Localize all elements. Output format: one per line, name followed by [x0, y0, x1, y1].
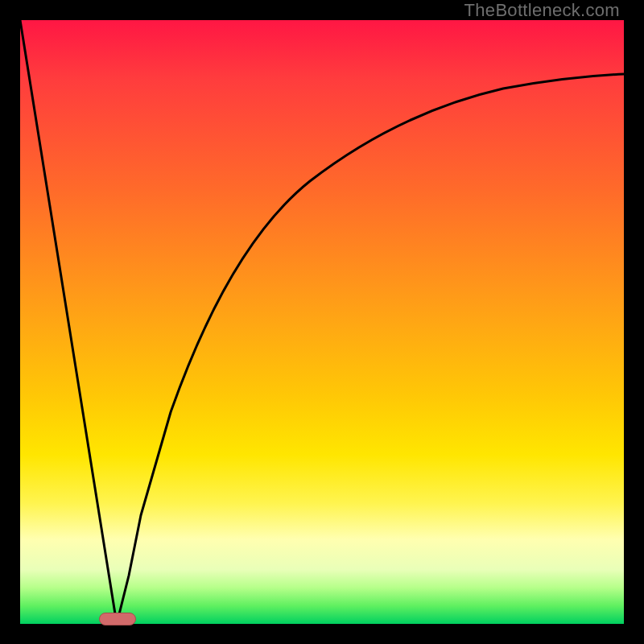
bottleneck-curve	[20, 20, 624, 624]
plot-area	[20, 20, 624, 624]
minimum-marker	[99, 613, 136, 625]
chart-frame: TheBottleneck.com	[0, 0, 644, 644]
curve-right-branch	[117, 74, 624, 624]
attribution-label: TheBottleneck.com	[464, 0, 620, 21]
curve-left-branch	[20, 20, 117, 624]
